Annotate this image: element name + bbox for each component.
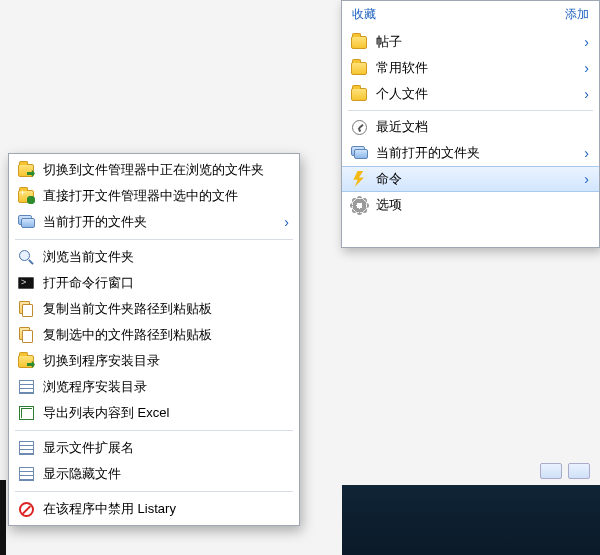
chevron-right-icon: › [578,171,589,187]
gear-icon [350,196,368,214]
separator [15,430,293,431]
menu-item-label: 直接打开文件管理器中选中的文件 [43,187,289,205]
clock-icon [350,118,368,136]
chevron-right-icon: › [578,145,589,161]
cmd-copy-selected-paths[interactable]: 复制选中的文件路径到粘贴板 [9,322,299,348]
menu-item-label: 复制当前文件夹路径到粘贴板 [43,300,289,318]
favorites-item-posts[interactable]: 帖子 › [342,29,599,55]
favorites-title[interactable]: 收藏 [352,6,376,23]
chevron-right-icon: › [578,60,589,76]
copy-icon [17,300,35,318]
cmd-open-cmd-window[interactable]: 打开命令行窗口 [9,270,299,296]
chevron-right-icon: › [578,86,589,102]
menu-item-label: 切换到文件管理器中正在浏览的文件夹 [43,161,289,179]
favorites-item-label: 个人文件 [376,85,578,103]
separator [15,491,293,492]
cmd-switch-to-explorer-folder[interactable]: 切换到文件管理器中正在浏览的文件夹 [9,157,299,183]
cmd-export-to-excel[interactable]: 导出列表内容到 Excel [9,400,299,426]
folder-icon [350,85,368,103]
magnifier-icon [17,248,35,266]
favorites-item-options[interactable]: 选项 [342,192,599,218]
menu-item-label: 在该程序中禁用 Listary [43,500,289,518]
folder-icon [350,59,368,77]
favorites-item-label: 常用软件 [376,59,578,77]
forbid-icon [17,500,35,518]
cmd-browse-install-dir[interactable]: 浏览程序安装目录 [9,374,299,400]
favorites-item-label: 最近文档 [376,118,589,136]
list-icon [17,378,35,396]
cmd-copy-folder-path[interactable]: 复制当前文件夹路径到粘贴板 [9,296,299,322]
tray-icons [540,463,590,479]
favorites-item-open-folders[interactable]: 当前打开的文件夹 › [342,140,599,166]
folder-icon [350,33,368,51]
favorites-item-recent-docs[interactable]: 最近文档 [342,114,599,140]
list-icon [17,439,35,457]
chevron-right-icon: › [278,214,289,230]
cmd-show-hidden-files[interactable]: 显示隐藏文件 [9,461,299,487]
cmd-switch-to-install-dir[interactable]: 切换到程序安装目录 [9,348,299,374]
menu-item-label: 复制选中的文件路径到粘贴板 [43,326,289,344]
stacked-folders-icon [350,144,368,162]
menu-item-label: 浏览当前文件夹 [43,248,289,266]
terminal-icon [17,274,35,292]
menu-item-label: 显示文件扩展名 [43,439,289,457]
lightning-icon [350,170,368,188]
cmd-browse-current-folder[interactable]: 浏览当前文件夹 [9,244,299,270]
tray-icon[interactable] [540,463,562,479]
menu-item-label: 导出列表内容到 Excel [43,404,289,422]
favorites-item-commands[interactable]: 命令 › [342,166,599,192]
favorites-item-label: 命令 [376,170,578,188]
cmd-disable-listary-here[interactable]: 在该程序中禁用 Listary [9,496,299,522]
menu-item-label: 当前打开的文件夹 [43,213,278,231]
folder-go-icon [17,161,35,179]
menu-item-label: 浏览程序安装目录 [43,378,289,396]
commands-submenu: 切换到文件管理器中正在浏览的文件夹 直接打开文件管理器中选中的文件 当前打开的文… [8,153,300,526]
list-icon [17,465,35,483]
stacked-folders-icon [17,213,35,231]
favorites-item-label: 当前打开的文件夹 [376,144,578,162]
folder-go-icon [17,352,35,370]
excel-icon [17,404,35,422]
cmd-show-extensions[interactable]: 显示文件扩展名 [9,435,299,461]
favorites-header: 收藏 添加 [342,1,599,27]
favorites-item-label: 帖子 [376,33,578,51]
separator [348,110,593,111]
chevron-right-icon: › [578,34,589,50]
left-edge-sliver [0,480,6,555]
cmd-currently-open-folders[interactable]: 当前打开的文件夹 › [9,209,299,235]
folder-open-icon [17,187,35,205]
favorites-panel: 收藏 添加 帖子 › 常用软件 › 个人文件 › 最近文档 当前打开的文件夹 › [341,0,600,248]
taskbar [342,485,600,555]
favorites-add-link[interactable]: 添加 [565,6,589,23]
favorites-item-label: 选项 [376,196,589,214]
menu-item-label: 切换到程序安装目录 [43,352,289,370]
favorites-item-personal-files[interactable]: 个人文件 › [342,81,599,107]
separator [15,239,293,240]
cmd-open-selected-file[interactable]: 直接打开文件管理器中选中的文件 [9,183,299,209]
menu-item-label: 打开命令行窗口 [43,274,289,292]
copy-icon [17,326,35,344]
menu-item-label: 显示隐藏文件 [43,465,289,483]
tray-icon[interactable] [568,463,590,479]
favorites-list: 帖子 › 常用软件 › 个人文件 › 最近文档 当前打开的文件夹 › 命令 › [342,27,599,220]
favorites-item-common-software[interactable]: 常用软件 › [342,55,599,81]
